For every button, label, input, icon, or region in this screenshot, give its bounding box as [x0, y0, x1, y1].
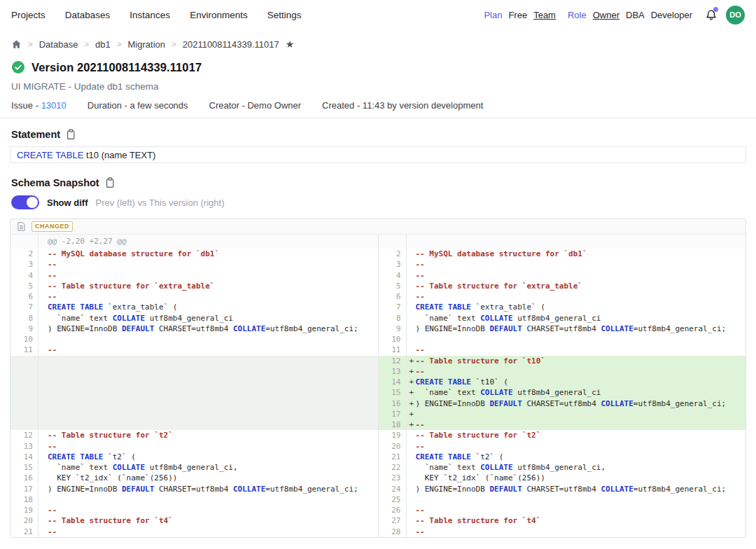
breadcrumb-item-database[interactable]: Database: [39, 39, 78, 50]
line-number: [10, 356, 38, 366]
changed-badge: CHANGED: [31, 221, 73, 232]
diff-row: 21--: [10, 527, 378, 537]
meta-item: Duration - a few seconds: [88, 100, 188, 111]
account-link-plan[interactable]: Plan: [484, 10, 502, 20]
diff-marker: [407, 441, 416, 452]
breadcrumb-item-db1[interactable]: db1: [95, 39, 111, 50]
avatar[interactable]: DO: [726, 6, 745, 25]
star-icon[interactable]: ★: [286, 39, 295, 49]
code-line: -- Table structure for `t4`: [48, 515, 378, 526]
line-number: 15: [379, 387, 407, 398]
topnav-item-environments[interactable]: Environments: [190, 10, 248, 20]
schema-diff-card: CHANGED @@ -2,20 +2,27 @@2-- MySQL datab…: [10, 218, 746, 538]
code-line: `name` text COLLATE utf8mb4_general_ci: [416, 387, 746, 398]
diff-row: 2-- MySQL database structure for `db1`: [10, 249, 378, 259]
diff-body[interactable]: @@ -2,20 +2,27 @@2-- MySQL database stru…: [10, 235, 746, 537]
show-diff-toggle[interactable]: [11, 195, 39, 209]
diff-row: [379, 235, 746, 249]
diff-marker: [38, 235, 48, 249]
statement-heading: Statement: [0, 129, 756, 140]
diff-marker: [407, 505, 416, 515]
line-number: 23: [379, 473, 407, 483]
line-number: 10: [379, 334, 407, 345]
version-subtitle: UI MIGRATE - Update db1 schema: [0, 81, 756, 92]
chevron-right-icon: >: [28, 40, 33, 48]
diff-row: 28--: [379, 527, 746, 537]
code-line: -- Table structure for `extra_table`: [416, 281, 746, 291]
account-link-developer: Developer: [651, 10, 692, 20]
line-number: 3: [379, 259, 407, 270]
line-number: 14: [379, 377, 407, 387]
breadcrumb-item-20211008114339-11017[interactable]: 20211008114339.11017: [183, 39, 279, 50]
topnav-item-projects[interactable]: Projects: [11, 10, 46, 20]
diff-marker: [38, 334, 48, 345]
line-number: 3: [10, 259, 38, 270]
notification-bell-button[interactable]: [704, 7, 719, 22]
code-line: -- Table structure for `t2`: [416, 430, 746, 440]
diff-marker: [407, 324, 416, 334]
line-number: 18: [379, 419, 407, 430]
diff-row: 27-- Table structure for `t4`: [379, 515, 746, 526]
diff-row: 24) ENGINE=InnoDB DEFAULT CHARSET=utf8mb…: [379, 484, 746, 494]
diff-marker: [407, 473, 416, 483]
line-number: 5: [10, 281, 38, 291]
account-link-role[interactable]: Role: [568, 10, 587, 20]
breadcrumb-items: >Database>db1>Migration>20211008114339.1…: [22, 39, 279, 50]
line-number: 21: [379, 452, 407, 462]
breadcrumb-item-migration[interactable]: Migration: [128, 39, 165, 50]
line-number: [10, 419, 38, 430]
line-number: 16: [10, 473, 38, 483]
diff-marker: [407, 302, 416, 312]
diff-marker: +: [407, 387, 416, 398]
line-number: [10, 398, 38, 409]
diff-marker: [38, 430, 48, 440]
copy-snapshot-icon[interactable]: [105, 177, 115, 188]
code-line: `name` text COLLATE utf8mb4_general_ci: [416, 313, 746, 324]
diff-marker: [407, 462, 416, 473]
notification-dot: [713, 7, 718, 12]
copy-statement-icon[interactable]: [66, 129, 76, 140]
account-link-team[interactable]: Team: [533, 10, 556, 20]
code-line: --: [416, 345, 746, 355]
diff-marker: [38, 505, 48, 515]
line-number: 19: [379, 430, 407, 440]
diff-row: 6--: [10, 291, 378, 302]
issue-link[interactable]: 13010: [41, 100, 66, 111]
diff-marker: +: [407, 356, 416, 366]
code-line: --: [416, 527, 746, 537]
diff-pane-right: 2-- MySQL database structure for `db1`3-…: [379, 235, 746, 537]
home-icon[interactable]: [11, 39, 22, 50]
diff-marker: [407, 452, 416, 462]
diff-row: 10: [10, 334, 378, 345]
topnav-items: ProjectsDatabasesInstancesEnvironmentsSe…: [11, 10, 301, 20]
meta-item: Creator - Demo Owner: [209, 100, 301, 111]
line-number: 13: [379, 366, 407, 377]
line-number: [10, 387, 38, 398]
code-line: CREATE TABLE `extra_table` (: [48, 302, 378, 312]
version-header: Version 20211008114339.11017: [0, 60, 756, 74]
diff-marker: [407, 515, 416, 526]
topnav-item-settings[interactable]: Settings: [267, 10, 302, 20]
breadcrumb: >Database>db1>Migration>20211008114339.1…: [0, 35, 756, 53]
diff-marker: [407, 281, 416, 291]
line-number: 8: [10, 313, 38, 324]
diff-marker: +: [407, 409, 416, 419]
statement-sql: CREATE TABLE t10 (name TEXT): [10, 146, 746, 163]
account-link-owner[interactable]: Owner: [593, 10, 620, 20]
code-line: CREATE TABLE `extra_table` (: [416, 302, 746, 312]
schema-snapshot-heading: Schema Snapshot: [0, 177, 756, 188]
line-number: 17: [379, 409, 407, 419]
code-line: [416, 235, 746, 249]
line-number: 27: [379, 515, 407, 526]
topnav-item-databases[interactable]: Databases: [65, 10, 111, 20]
code-line: KEY `t2_idx` (`name`(256)): [48, 473, 378, 483]
diff-row: 13+--: [379, 366, 746, 377]
code-line: `name` text COLLATE utf8mb4_general_ci,: [48, 462, 378, 473]
code-line: --: [416, 259, 746, 270]
diff-row: 20--: [379, 441, 746, 452]
code-line: ) ENGINE=InnoDB DEFAULT CHARSET=utf8mb4 …: [416, 484, 746, 494]
line-number: 14: [10, 452, 38, 462]
diff-row: 14CREATE TABLE `t2` (: [10, 452, 378, 462]
code-line: [48, 419, 378, 430]
topnav-item-instances[interactable]: Instances: [130, 10, 170, 20]
